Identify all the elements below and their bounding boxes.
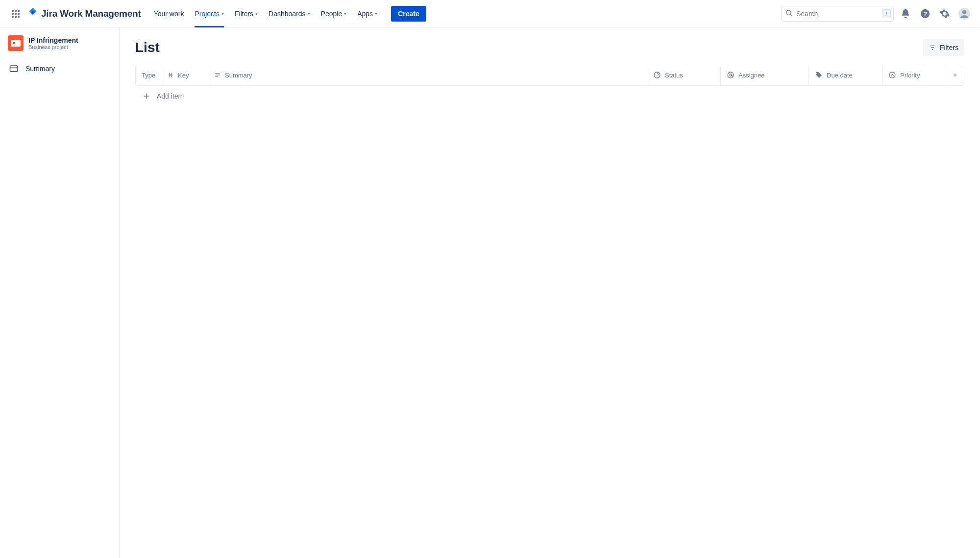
col-summary[interactable]: Summary [208, 65, 647, 85]
plus-icon [142, 92, 151, 101]
project-header[interactable]: IP Infringement Business project [4, 35, 115, 59]
svg-point-21 [889, 72, 895, 78]
col-assignee[interactable]: Assignee [721, 65, 809, 85]
primary-nav: Your workProjects▾Filters▾Dashboards▾Peo… [149, 0, 382, 27]
settings-button[interactable] [937, 6, 953, 22]
status-icon [653, 71, 661, 79]
help-icon: ? [920, 8, 931, 19]
plus-icon [952, 71, 958, 79]
svg-point-5 [962, 10, 967, 14]
jira-mark-icon [27, 7, 38, 20]
nav-item-apps[interactable]: Apps▾ [352, 0, 382, 27]
hash-icon [167, 72, 174, 78]
mention-icon [727, 71, 735, 79]
col-due[interactable]: Due date [809, 65, 882, 85]
col-priority[interactable]: Priority [882, 65, 946, 85]
issues-table: Type Key Summary Status Assignee [135, 65, 964, 86]
nav-item-label: Your work [154, 10, 184, 18]
sidebar-item-summary[interactable]: Summary [4, 59, 115, 78]
nav-item-people[interactable]: People▾ [316, 0, 352, 27]
svg-point-0 [786, 10, 791, 15]
search-field[interactable]: / [781, 6, 894, 22]
page-title: List [135, 40, 160, 55]
chevron-down-icon: ▾ [255, 11, 258, 16]
bell-icon [900, 8, 911, 19]
svg-line-14 [172, 73, 172, 77]
chevron-down-icon: ▾ [344, 11, 346, 16]
svg-text:?: ? [923, 10, 927, 17]
chevron-down-icon: ▾ [221, 11, 224, 16]
summary-icon [9, 64, 19, 74]
sidebar-item-label: Summary [25, 65, 55, 73]
nav-item-label: Dashboards [269, 10, 306, 18]
main-content: List Filters Type Key Summary [120, 27, 980, 558]
gear-icon [939, 8, 950, 19]
col-status[interactable]: Status [647, 65, 721, 85]
help-button[interactable]: ? [917, 6, 933, 22]
chevron-down-icon: ▾ [375, 11, 377, 16]
nav-item-dashboards[interactable]: Dashboards▾ [264, 0, 315, 27]
nav-item-label: Apps [357, 10, 373, 18]
filters-button-label: Filters [940, 44, 958, 51]
top-nav: Jira Work Management Your workProjects▾F… [0, 0, 980, 27]
add-item-button[interactable]: Add item [135, 86, 964, 106]
svg-rect-6 [10, 66, 18, 72]
table-header-row: Type Key Summary Status Assignee [136, 65, 964, 85]
nav-item-label: Projects [195, 10, 220, 18]
create-button[interactable]: Create [391, 6, 426, 22]
search-shortcut-hint: / [882, 9, 891, 18]
filters-button[interactable]: Filters [923, 39, 964, 56]
tag-icon [815, 71, 823, 79]
sidebar: IP Infringement Business project Summary [0, 27, 120, 558]
text-icon [214, 72, 221, 78]
svg-line-13 [169, 73, 170, 77]
project-icon [8, 35, 24, 51]
search-icon [785, 9, 793, 18]
sidebar-nav: Summary [4, 59, 115, 78]
add-item-label: Add item [157, 92, 184, 100]
filter-icon [929, 44, 936, 51]
nav-item-projects[interactable]: Projects▾ [190, 0, 229, 27]
col-key[interactable]: Key [161, 65, 208, 85]
svg-point-18 [654, 72, 660, 78]
svg-line-1 [790, 14, 792, 16]
project-type: Business project [28, 44, 78, 50]
project-name: IP Infringement [28, 36, 78, 45]
search-input[interactable] [781, 6, 894, 22]
notifications-button[interactable] [898, 6, 913, 22]
priority-icon [888, 71, 896, 79]
profile-button[interactable] [956, 6, 972, 22]
chevron-down-icon: ▾ [308, 11, 310, 16]
nav-item-label: People [321, 10, 343, 18]
nav-item-filters[interactable]: Filters▾ [230, 0, 263, 27]
add-column-button[interactable] [946, 65, 964, 85]
col-type[interactable]: Type [136, 65, 161, 85]
product-name: Jira Work Management [41, 8, 141, 19]
app-switcher-button[interactable] [8, 6, 24, 22]
profile-avatar-icon [958, 7, 971, 20]
nav-item-your-work[interactable]: Your work [149, 0, 189, 27]
product-logo[interactable]: Jira Work Management [27, 7, 141, 20]
nav-item-label: Filters [235, 10, 253, 18]
grid-icon [12, 10, 20, 18]
